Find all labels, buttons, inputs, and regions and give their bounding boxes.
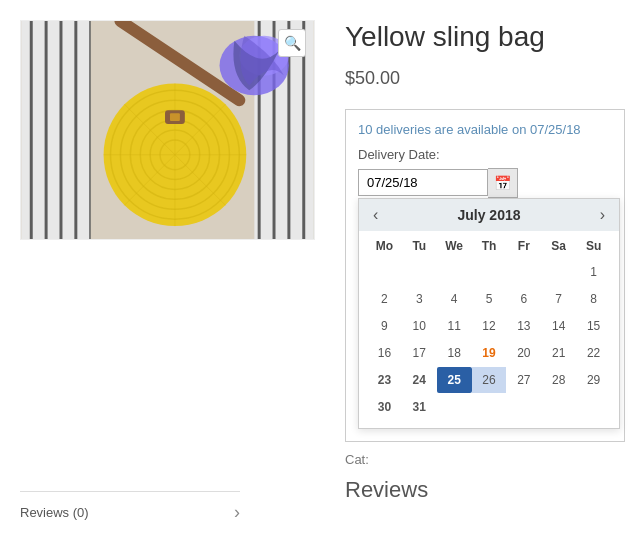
date-input-row: 📅 [358,168,612,198]
calendar-cell-27[interactable]: 27 [506,367,541,393]
calendar-days-header: Mo Tu We Th Fr Sa Su [367,235,611,257]
zoom-button[interactable]: 🔍 [278,29,306,57]
calendar-cell-empty [541,394,576,420]
reviews-title-container: Reviews [345,477,625,503]
calendar-cell-empty [541,259,576,285]
calendar-week-1: 2345678 [367,286,611,312]
calendar-cell-20[interactable]: 20 [506,340,541,366]
calendar-icon: 📅 [494,175,511,191]
calendar-cell-12[interactable]: 12 [472,313,507,339]
calendar-cell-30[interactable]: 30 [367,394,402,420]
calendar-grid: Mo Tu We Th Fr Sa Su 1234567891011121314… [359,231,619,428]
calendar-cell-13[interactable]: 13 [506,313,541,339]
calendar-cell-9[interactable]: 9 [367,313,402,339]
product-image-col: 🔍 Reviews (0) › [20,20,315,503]
calendar-cell-29[interactable]: 29 [576,367,611,393]
calendar-cell-2[interactable]: 2 [367,286,402,312]
reviews-main-title: Reviews [345,477,428,502]
calendar-dropdown: ‹ July 2018 › Mo Tu We Th Fr Sa Su [358,198,620,429]
reviews-section: Reviews (0) › [20,491,240,523]
calendar-week-0: 1 [367,259,611,285]
calendar-week-5: 3031 [367,394,611,420]
calendar-cell-18[interactable]: 18 [437,340,472,366]
calendar-month-year: July 2018 [457,207,520,223]
product-image-wrapper: 🔍 [20,20,315,240]
calendar-cell-5[interactable]: 5 [472,286,507,312]
calendar-cell-3[interactable]: 3 [402,286,437,312]
delivery-box: 10 deliveries are available on 07/25/18 … [345,109,625,442]
delivery-info: 10 deliveries are available on 07/25/18 [358,122,612,137]
reviews-row[interactable]: Reviews (0) › [20,502,240,523]
day-name-we: We [437,235,472,257]
calendar-cell-8[interactable]: 8 [576,286,611,312]
calendar-cell-empty [576,394,611,420]
calendar-cell-24[interactable]: 24 [402,367,437,393]
calendar-cell-16[interactable]: 16 [367,340,402,366]
calendar-prev-button[interactable]: ‹ [369,207,382,223]
calendar-cell-7[interactable]: 7 [541,286,576,312]
calendar-toggle-button[interactable]: 📅 [488,168,518,198]
calendar-cell-28[interactable]: 28 [541,367,576,393]
calendar-cell-empty [506,259,541,285]
calendar-cell-14[interactable]: 14 [541,313,576,339]
day-name-tu: Tu [402,235,437,257]
calendar-cell-1[interactable]: 1 [576,259,611,285]
delivery-label: Delivery Date: [358,147,612,162]
zoom-icon: 🔍 [284,35,301,51]
day-name-sa: Sa [541,235,576,257]
calendar-cell-4[interactable]: 4 [437,286,472,312]
day-name-su: Su [576,235,611,257]
calendar-cell-26[interactable]: 26 [472,367,507,393]
calendar-weeks: 1234567891011121314151617181920212223242… [367,259,611,420]
calendar-cell-23[interactable]: 23 [367,367,402,393]
calendar-cell-empty [472,259,507,285]
category-label: Cat: [345,452,369,467]
page-layout: 🔍 Reviews (0) › Yellow sling bag $50.00 … [0,0,641,523]
calendar-cell-22[interactable]: 22 [576,340,611,366]
calendar-week-4: 23242526272829 [367,367,611,393]
delivery-date-input[interactable] [358,169,488,196]
product-price: $50.00 [345,68,625,89]
calendar-cell-empty [437,259,472,285]
calendar-cell-11[interactable]: 11 [437,313,472,339]
calendar-cell-17[interactable]: 17 [402,340,437,366]
reviews-label: Reviews (0) [20,505,89,520]
calendar-cell-empty [472,394,507,420]
calendar-header: ‹ July 2018 › [359,199,619,231]
calendar-week-2: 9101112131415 [367,313,611,339]
calendar-cell-6[interactable]: 6 [506,286,541,312]
calendar-cell-10[interactable]: 10 [402,313,437,339]
calendar-cell-empty [506,394,541,420]
calendar-week-3: 16171819202122 [367,340,611,366]
calendar-cell-21[interactable]: 21 [541,340,576,366]
day-name-mo: Mo [367,235,402,257]
calendar-next-button[interactable]: › [596,207,609,223]
calendar-cell-31[interactable]: 31 [402,394,437,420]
calendar-cell-15[interactable]: 15 [576,313,611,339]
calendar-cell-25[interactable]: 25 [437,367,472,393]
calendar-cell-19[interactable]: 19 [472,340,507,366]
product-image [21,21,314,239]
reviews-arrow-icon: › [234,502,240,523]
product-details-col: Yellow sling bag $50.00 10 deliveries ar… [345,20,625,503]
category-row: Cat: [345,452,625,467]
calendar-cell-empty [402,259,437,285]
day-name-fr: Fr [506,235,541,257]
svg-rect-26 [170,113,180,121]
calendar-cell-empty [367,259,402,285]
day-name-th: Th [472,235,507,257]
product-title: Yellow sling bag [345,20,625,54]
calendar-cell-empty [437,394,472,420]
